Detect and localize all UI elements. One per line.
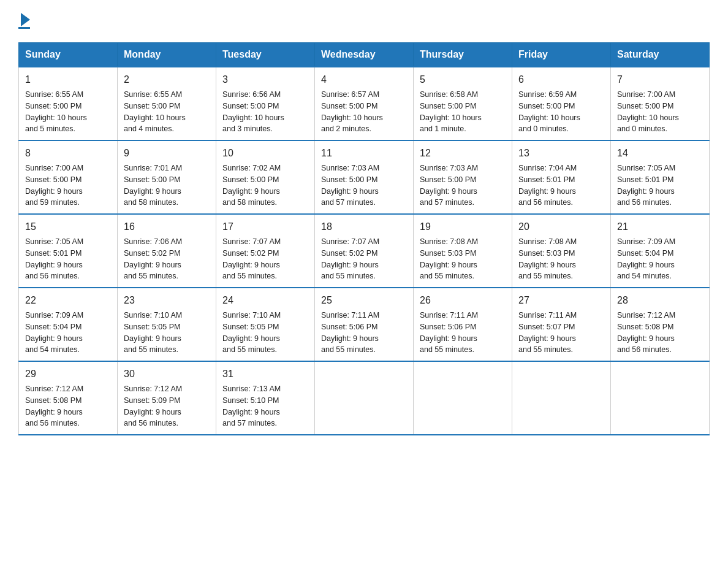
calendar-day-cell: 21 Sunrise: 7:09 AMSunset: 5:04 PMDaylig…	[611, 214, 710, 288]
day-number: 5	[420, 72, 506, 87]
calendar-day-cell: 29 Sunrise: 7:12 AMSunset: 5:08 PMDaylig…	[19, 361, 118, 435]
day-number: 20	[518, 220, 604, 234]
weekday-header-wednesday: Wednesday	[315, 43, 414, 67]
logo	[18, 12, 30, 30]
calendar-day-cell: 18 Sunrise: 7:07 AMSunset: 5:02 PMDaylig…	[315, 214, 414, 288]
weekday-header-tuesday: Tuesday	[216, 43, 315, 67]
calendar-week-row: 29 Sunrise: 7:12 AMSunset: 5:08 PMDaylig…	[19, 361, 710, 435]
day-info: Sunrise: 7:09 AMSunset: 5:04 PMDaylight:…	[617, 237, 675, 280]
day-info: Sunrise: 6:55 AMSunset: 5:00 PMDaylight:…	[25, 90, 87, 133]
day-number: 19	[420, 220, 506, 234]
calendar-day-cell	[512, 361, 611, 435]
calendar-day-cell: 25 Sunrise: 7:11 AMSunset: 5:06 PMDaylig…	[315, 288, 414, 361]
calendar-day-cell	[611, 361, 710, 435]
day-number: 10	[222, 146, 308, 161]
day-number: 27	[518, 293, 604, 308]
day-info: Sunrise: 6:56 AMSunset: 5:00 PMDaylight:…	[222, 90, 284, 133]
day-info: Sunrise: 7:08 AMSunset: 5:03 PMDaylight:…	[518, 237, 577, 280]
day-number: 7	[617, 72, 703, 87]
calendar-day-cell: 23 Sunrise: 7:10 AMSunset: 5:05 PMDaylig…	[118, 288, 216, 361]
calendar-day-cell: 12 Sunrise: 7:03 AMSunset: 5:00 PMDaylig…	[414, 140, 512, 214]
day-info: Sunrise: 6:57 AMSunset: 5:00 PMDaylight:…	[321, 90, 383, 133]
day-info: Sunrise: 6:55 AMSunset: 5:00 PMDaylight:…	[124, 90, 186, 133]
calendar-day-cell: 24 Sunrise: 7:10 AMSunset: 5:05 PMDaylig…	[216, 288, 315, 361]
weekday-header-monday: Monday	[118, 43, 216, 67]
calendar-day-cell: 14 Sunrise: 7:05 AMSunset: 5:01 PMDaylig…	[611, 140, 710, 214]
calendar-day-cell: 2 Sunrise: 6:55 AMSunset: 5:00 PMDayligh…	[118, 67, 216, 140]
calendar-day-cell: 22 Sunrise: 7:09 AMSunset: 5:04 PMDaylig…	[19, 288, 118, 361]
day-info: Sunrise: 7:00 AMSunset: 5:00 PMDaylight:…	[25, 164, 83, 207]
day-number: 30	[124, 367, 210, 381]
calendar-day-cell: 16 Sunrise: 7:06 AMSunset: 5:02 PMDaylig…	[118, 214, 216, 288]
day-info: Sunrise: 7:12 AMSunset: 5:09 PMDaylight:…	[124, 385, 182, 427]
day-number: 17	[222, 220, 308, 234]
calendar-table: SundayMondayTuesdayWednesdayThursdayFrid…	[18, 42, 710, 435]
calendar-day-cell: 6 Sunrise: 6:59 AMSunset: 5:00 PMDayligh…	[512, 67, 611, 140]
weekday-header-sunday: Sunday	[19, 43, 118, 67]
day-number: 26	[420, 293, 506, 308]
calendar-day-cell: 30 Sunrise: 7:12 AMSunset: 5:09 PMDaylig…	[118, 361, 216, 435]
day-info: Sunrise: 7:11 AMSunset: 5:07 PMDaylight:…	[518, 311, 577, 354]
calendar-week-row: 22 Sunrise: 7:09 AMSunset: 5:04 PMDaylig…	[19, 288, 710, 361]
calendar-day-cell: 19 Sunrise: 7:08 AMSunset: 5:03 PMDaylig…	[414, 214, 512, 288]
calendar-day-cell: 1 Sunrise: 6:55 AMSunset: 5:00 PMDayligh…	[19, 67, 118, 140]
day-info: Sunrise: 6:59 AMSunset: 5:00 PMDaylight:…	[518, 90, 580, 133]
day-number: 6	[518, 72, 604, 87]
weekday-header-thursday: Thursday	[414, 43, 512, 67]
logo-arrow-icon	[21, 13, 30, 26]
day-info: Sunrise: 7:01 AMSunset: 5:00 PMDaylight:…	[124, 164, 182, 207]
day-info: Sunrise: 7:05 AMSunset: 5:01 PMDaylight:…	[25, 237, 83, 280]
day-info: Sunrise: 7:12 AMSunset: 5:08 PMDaylight:…	[25, 385, 83, 427]
calendar-day-cell: 17 Sunrise: 7:07 AMSunset: 5:02 PMDaylig…	[216, 214, 315, 288]
day-number: 2	[124, 72, 210, 87]
calendar-day-cell: 4 Sunrise: 6:57 AMSunset: 5:00 PMDayligh…	[315, 67, 414, 140]
day-number: 28	[617, 293, 703, 308]
day-number: 11	[321, 146, 407, 161]
day-number: 1	[25, 72, 111, 87]
day-number: 21	[617, 220, 703, 234]
calendar-day-cell	[414, 361, 512, 435]
weekday-header-friday: Friday	[512, 43, 611, 67]
calendar-day-cell: 11 Sunrise: 7:03 AMSunset: 5:00 PMDaylig…	[315, 140, 414, 214]
calendar-day-cell: 20 Sunrise: 7:08 AMSunset: 5:03 PMDaylig…	[512, 214, 611, 288]
day-info: Sunrise: 7:06 AMSunset: 5:02 PMDaylight:…	[124, 237, 182, 280]
calendar-day-cell: 28 Sunrise: 7:12 AMSunset: 5:08 PMDaylig…	[611, 288, 710, 361]
day-number: 16	[124, 220, 210, 234]
day-info: Sunrise: 7:08 AMSunset: 5:03 PMDaylight:…	[420, 237, 478, 280]
calendar-day-cell: 31 Sunrise: 7:13 AMSunset: 5:10 PMDaylig…	[216, 361, 315, 435]
day-number: 22	[25, 293, 111, 308]
calendar-day-cell: 9 Sunrise: 7:01 AMSunset: 5:00 PMDayligh…	[118, 140, 216, 214]
calendar-week-row: 1 Sunrise: 6:55 AMSunset: 5:00 PMDayligh…	[19, 67, 710, 140]
calendar-day-cell	[315, 361, 414, 435]
calendar-day-cell: 7 Sunrise: 7:00 AMSunset: 5:00 PMDayligh…	[611, 67, 710, 140]
day-info: Sunrise: 7:05 AMSunset: 5:01 PMDaylight:…	[617, 164, 675, 207]
day-info: Sunrise: 7:11 AMSunset: 5:06 PMDaylight:…	[420, 311, 478, 354]
day-info: Sunrise: 7:13 AMSunset: 5:10 PMDaylight:…	[222, 385, 281, 427]
day-number: 25	[321, 293, 407, 308]
day-number: 15	[25, 220, 111, 234]
calendar-day-cell: 13 Sunrise: 7:04 AMSunset: 5:01 PMDaylig…	[512, 140, 611, 214]
calendar-day-cell: 27 Sunrise: 7:11 AMSunset: 5:07 PMDaylig…	[512, 288, 611, 361]
day-info: Sunrise: 7:07 AMSunset: 5:02 PMDaylight:…	[222, 237, 281, 280]
day-info: Sunrise: 7:09 AMSunset: 5:04 PMDaylight:…	[25, 311, 83, 354]
day-number: 24	[222, 293, 308, 308]
day-number: 18	[321, 220, 407, 234]
day-number: 3	[222, 72, 308, 87]
calendar-day-cell: 26 Sunrise: 7:11 AMSunset: 5:06 PMDaylig…	[414, 288, 512, 361]
day-info: Sunrise: 7:12 AMSunset: 5:08 PMDaylight:…	[617, 311, 675, 354]
day-number: 14	[617, 146, 703, 161]
page-header	[18, 12, 710, 30]
day-info: Sunrise: 7:07 AMSunset: 5:02 PMDaylight:…	[321, 237, 379, 280]
day-number: 8	[25, 146, 111, 161]
day-number: 31	[222, 367, 308, 381]
day-number: 4	[321, 72, 407, 87]
day-info: Sunrise: 6:58 AMSunset: 5:00 PMDaylight:…	[420, 90, 482, 133]
calendar-day-cell: 8 Sunrise: 7:00 AMSunset: 5:00 PMDayligh…	[19, 140, 118, 214]
day-number: 29	[25, 367, 111, 381]
day-info: Sunrise: 7:02 AMSunset: 5:00 PMDaylight:…	[222, 164, 281, 207]
calendar-day-cell: 3 Sunrise: 6:56 AMSunset: 5:00 PMDayligh…	[216, 67, 315, 140]
day-number: 13	[518, 146, 604, 161]
day-info: Sunrise: 7:04 AMSunset: 5:01 PMDaylight:…	[518, 164, 577, 207]
day-number: 23	[124, 293, 210, 308]
day-number: 12	[420, 146, 506, 161]
